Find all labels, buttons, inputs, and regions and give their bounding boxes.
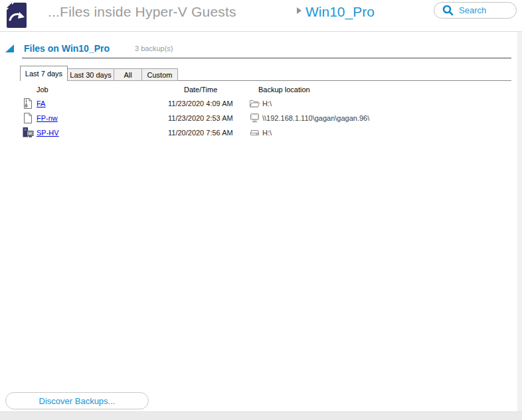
backup-app-window: ...Files inside Hyper-V Guests Win10_Pro… — [0, 0, 522, 420]
column-header-datetime[interactable]: Date/Time — [184, 86, 217, 94]
disk-drive-icon — [250, 128, 260, 137]
column-header-job[interactable]: Job — [37, 86, 48, 94]
search-button-label: Search — [459, 5, 486, 15]
search-button[interactable]: Search — [434, 2, 517, 19]
job-link[interactable]: FP-nw — [37, 114, 58, 122]
backup-location: H:\ — [262, 129, 272, 137]
tab-last-7-days[interactable]: Last 7 days — [20, 66, 68, 81]
backup-datetime: 11/23/2020 4:09 AM — [168, 100, 233, 107]
collapse-section-icon[interactable] — [5, 44, 14, 52]
section-divider — [22, 58, 511, 58]
discover-backups-button[interactable]: Discover Backups... — [5, 392, 149, 409]
header-divider — [0, 31, 522, 32]
backup-count-label: 3 backup(s) — [135, 44, 173, 52]
table-row: FA 11/23/2020 4:09 AM H:\ — [0, 98, 511, 109]
backup-location: H:\ — [262, 100, 272, 107]
section-title: Files on Win10_Pro — [24, 43, 110, 54]
tab-all[interactable]: All — [114, 68, 142, 81]
job-link[interactable]: SP-HV — [37, 129, 59, 137]
window-bottom-edge — [0, 411, 522, 420]
scrollbar-track[interactable] — [517, 32, 522, 411]
column-header-location[interactable]: Backup location — [258, 86, 310, 94]
job-link[interactable]: FA — [37, 100, 45, 107]
breadcrumb-parent[interactable]: ...Files inside Hyper-V Guests — [48, 4, 236, 20]
search-icon — [442, 5, 454, 16]
folder-icon — [250, 99, 260, 108]
app-logo-icon — [7, 3, 27, 28]
breadcrumb-chevron-icon — [297, 7, 302, 14]
table-row: FP-nw 11/23/2020 2:53 AM \\192.168.1.110… — [0, 112, 511, 124]
backup-datetime: 11/23/2020 2:53 AM — [168, 114, 233, 122]
table-row: SP-HV 11/20/2020 7:56 AM H:\ — [0, 127, 511, 139]
computer-icon — [23, 127, 34, 138]
breadcrumb-current: Win10_Pro — [305, 4, 375, 20]
zip-file-icon — [23, 98, 33, 109]
backup-location: \\192.168.1.110\gagan\gagan.96\ — [262, 114, 369, 122]
tab-last-30-days[interactable]: Last 30 days — [67, 68, 114, 81]
backup-datetime: 11/20/2020 7:56 AM — [168, 129, 233, 137]
file-icon — [23, 113, 33, 123]
network-computer-icon — [250, 113, 260, 123]
tab-custom[interactable]: Custom — [141, 68, 178, 81]
